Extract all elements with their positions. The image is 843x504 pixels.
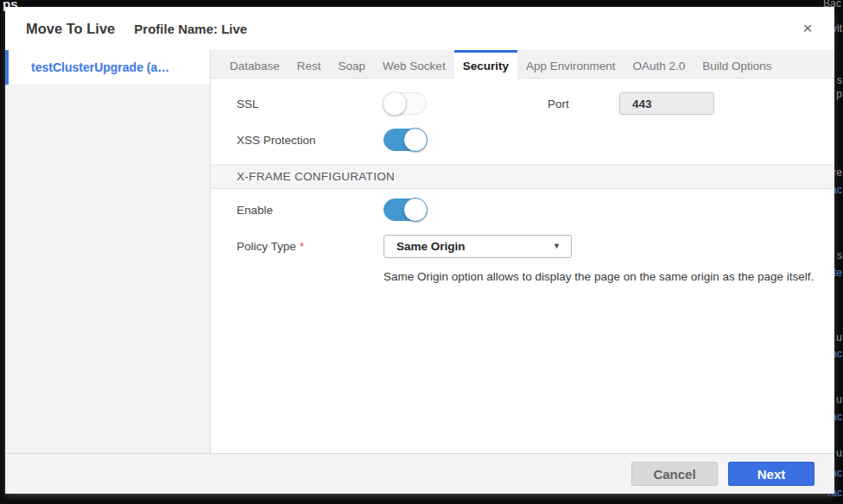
policy-type-row: Policy Type* Same Origin ▼ bbox=[237, 234, 834, 258]
toggle-knob bbox=[403, 198, 428, 222]
policy-type-label: Policy Type* bbox=[237, 240, 383, 253]
page-title: Move To Live bbox=[26, 21, 115, 37]
tab-rest[interactable]: Rest bbox=[288, 50, 330, 79]
tab-build-options[interactable]: Build Options bbox=[694, 50, 780, 79]
policy-type-select[interactable]: Same Origin ▼ bbox=[383, 235, 572, 258]
policy-help-text: Same Origin option allows to display the… bbox=[383, 270, 834, 283]
ssl-row: SSL Port bbox=[237, 91, 834, 116]
required-asterisk: * bbox=[300, 240, 304, 253]
backdrop-text-fragment: s bbox=[837, 249, 842, 261]
content-area: Database Rest Soap Web Socket Security A… bbox=[211, 50, 834, 453]
port-input[interactable] bbox=[619, 92, 714, 115]
move-to-live-dialog: Move To Live Profile Name: Live × testCl… bbox=[5, 7, 834, 494]
tab-bar: Database Rest Soap Web Socket Security A… bbox=[211, 50, 834, 79]
sidebar-item-label: testClusterUpgrade (a… bbox=[31, 60, 169, 74]
security-panel: SSL Port XSS Protection X-FRAME CONFIGUR… bbox=[211, 79, 834, 453]
policy-type-value: Same Origin bbox=[396, 240, 466, 253]
x-frame-configuration-section-header: X-FRAME CONFIGURATION bbox=[211, 164, 834, 189]
dialog-footer: Cancel Next bbox=[5, 453, 834, 494]
enable-row: Enable bbox=[237, 198, 834, 222]
tab-security[interactable]: Security bbox=[454, 50, 517, 79]
chevron-down-icon: ▼ bbox=[553, 242, 561, 250]
backdrop-text-fragment: u bbox=[836, 331, 842, 343]
port-label: Port bbox=[548, 98, 619, 110]
section-title: X-FRAME CONFIGURATION bbox=[237, 170, 395, 183]
enable-label: Enable bbox=[237, 204, 383, 217]
xss-protection-label: XSS Protection bbox=[237, 134, 383, 147]
backdrop-text-fragment: u bbox=[836, 394, 842, 406]
backdrop-text-fragment: u bbox=[836, 447, 842, 459]
toggle-knob bbox=[403, 128, 428, 152]
tab-oauth-2-0[interactable]: OAuth 2.0 bbox=[624, 50, 694, 79]
tab-app-environment[interactable]: App Environment bbox=[517, 50, 624, 79]
sidebar-item-test-cluster-upgrade[interactable]: testClusterUpgrade (a… bbox=[5, 50, 210, 85]
next-button[interactable]: Next bbox=[728, 462, 814, 486]
cancel-button[interactable]: Cancel bbox=[631, 462, 718, 486]
toggle-knob bbox=[383, 91, 407, 116]
enable-toggle[interactable] bbox=[383, 198, 427, 221]
close-icon[interactable]: × bbox=[798, 20, 817, 37]
tab-soap[interactable]: Soap bbox=[330, 50, 375, 79]
tab-web-socket[interactable]: Web Socket bbox=[374, 50, 454, 79]
ssl-toggle[interactable] bbox=[383, 92, 427, 115]
dialog-header: Move To Live Profile Name: Live × bbox=[5, 7, 834, 50]
dialog-body: testClusterUpgrade (a… Database Rest Soa… bbox=[5, 50, 834, 453]
port-field-group: Port bbox=[548, 91, 714, 116]
sidebar: testClusterUpgrade (a… bbox=[5, 50, 211, 453]
xss-protection-row: XSS Protection bbox=[237, 128, 834, 152]
ssl-label: SSL bbox=[237, 98, 383, 110]
tab-database[interactable]: Database bbox=[221, 50, 288, 79]
xss-protection-toggle[interactable] bbox=[383, 129, 427, 151]
profile-name-label: Profile Name: Live bbox=[134, 22, 247, 36]
backdrop-text-fragment: s bbox=[837, 74, 842, 86]
